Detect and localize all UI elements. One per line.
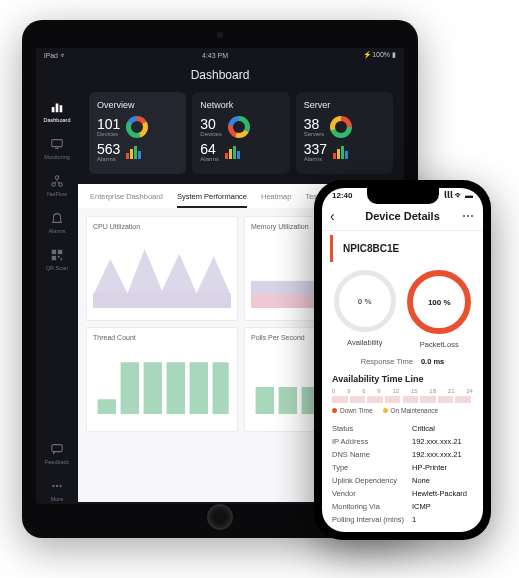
device-properties: StatusCritical IP Address192.xxx.xxx.21 … bbox=[322, 420, 483, 528]
kv-value: 192.xxx.xxx.21 bbox=[412, 450, 462, 459]
svg-rect-23 bbox=[190, 362, 208, 414]
sidebar-item-qrscan[interactable]: QR Scan bbox=[46, 248, 68, 271]
summary-cards: Overview 101Devices 563Alarms Network 30… bbox=[78, 92, 404, 184]
monitor-icon bbox=[50, 137, 64, 151]
tablet-status-bar: iPad ᯤ 4:43 PM ⚡100% ▮ bbox=[36, 48, 404, 62]
dot-icon bbox=[332, 408, 337, 413]
sidebar: Dashboard Monitoring NetFlow Alarms QR S… bbox=[36, 92, 78, 502]
chat-icon bbox=[50, 442, 64, 456]
home-button[interactable] bbox=[207, 504, 233, 530]
gauge-label: PacketLoss bbox=[420, 340, 459, 349]
sidebar-label: Monitoring bbox=[44, 154, 70, 160]
kv-row: Polling Interval (mins)1 bbox=[332, 513, 473, 526]
sidebar-label: Feedback bbox=[45, 459, 69, 465]
kv-row: Uplink DependencyNone bbox=[332, 474, 473, 487]
status-signal: 𝗹𝗹𝗹 ᯤ ▬ bbox=[444, 191, 473, 200]
kv-value: ICMP bbox=[412, 502, 431, 511]
kv-key: Polling Interval (mins) bbox=[332, 515, 412, 524]
chart-threads[interactable]: Thread Count bbox=[86, 327, 238, 432]
svg-rect-26 bbox=[279, 387, 297, 414]
kv-value: HP-Printer bbox=[412, 463, 447, 472]
card-title: Server bbox=[304, 100, 385, 110]
legend-label: On Maintenance bbox=[391, 407, 439, 414]
devices-count: 38 bbox=[304, 117, 325, 131]
sidebar-item-feedback[interactable]: Feedback bbox=[45, 442, 69, 465]
card-title: Network bbox=[200, 100, 281, 110]
alarms-label: Alarms bbox=[200, 156, 219, 162]
card-network[interactable]: Network 30Devices 64Alarms bbox=[192, 92, 289, 174]
alarms-count: 64 bbox=[200, 142, 219, 156]
card-overview[interactable]: Overview 101Devices 563Alarms bbox=[89, 92, 186, 174]
sidebar-item-netflow[interactable]: NetFlow bbox=[47, 174, 67, 197]
legend-item: On Maintenance bbox=[383, 407, 439, 414]
svg-rect-8 bbox=[58, 250, 62, 254]
kv-key: DNS Name bbox=[332, 450, 412, 459]
kv-row: TypeHP-Printer bbox=[332, 461, 473, 474]
kv-value: 1 bbox=[412, 515, 416, 524]
sidebar-label: QR Scan bbox=[46, 265, 68, 271]
phone-notch bbox=[367, 188, 439, 204]
sidebar-item-monitoring[interactable]: Monitoring bbox=[44, 137, 70, 160]
tick: 24 bbox=[466, 388, 473, 394]
alarms-count: 337 bbox=[304, 142, 327, 156]
tab-enterprise[interactable]: Enterprise Dashboard bbox=[90, 192, 163, 208]
kv-value: None bbox=[412, 476, 430, 485]
legend-label: Down Time bbox=[340, 407, 373, 414]
tick: 21 bbox=[448, 388, 455, 394]
dot-icon bbox=[383, 408, 388, 413]
card-title: Overview bbox=[97, 100, 178, 110]
timeline-title: Availability Time Line bbox=[322, 374, 483, 388]
sidebar-item-alarms[interactable]: Alarms bbox=[48, 211, 65, 234]
response-label: Response Time bbox=[361, 357, 413, 366]
response-value: 0.0 ms bbox=[421, 357, 444, 366]
svg-rect-24 bbox=[213, 362, 229, 414]
kv-row: Monitoring ViaICMP bbox=[332, 500, 473, 513]
gauge-row: 0 % Availability 100 % PacketLoss bbox=[322, 266, 483, 351]
bar-chart-icon bbox=[93, 345, 231, 419]
kv-key: IP Address bbox=[332, 437, 412, 446]
kv-row: StatusCritical bbox=[332, 422, 473, 435]
gauge-label: Availability bbox=[347, 338, 382, 347]
sidebar-item-dashboard[interactable]: Dashboard bbox=[44, 100, 71, 123]
svg-rect-7 bbox=[52, 250, 56, 254]
kv-value: Critical bbox=[412, 424, 435, 433]
card-server[interactable]: Server 38Servers 337Alarms bbox=[296, 92, 393, 174]
sidebar-item-more[interactable]: More bbox=[50, 479, 64, 502]
svg-rect-22 bbox=[167, 362, 185, 414]
chart-title: Thread Count bbox=[93, 334, 231, 341]
bell-icon bbox=[50, 211, 64, 225]
svg-rect-1 bbox=[56, 104, 59, 113]
svg-rect-21 bbox=[144, 362, 162, 414]
svg-rect-12 bbox=[52, 445, 63, 452]
kv-key: Vendor bbox=[332, 489, 412, 498]
svg-rect-11 bbox=[60, 259, 62, 261]
tab-system-performance[interactable]: System Performance bbox=[177, 192, 247, 208]
svg-point-14 bbox=[56, 485, 58, 487]
device-name: NPIC8BC1E bbox=[330, 235, 475, 262]
kv-value: Hewlett-Packard bbox=[412, 489, 467, 498]
kv-key: Monitoring Via bbox=[332, 502, 412, 511]
svg-point-4 bbox=[55, 176, 59, 180]
kv-row: DNS Name192.xxx.xxx.21 bbox=[332, 448, 473, 461]
donut-chart-icon bbox=[228, 116, 250, 138]
area-chart-icon bbox=[93, 234, 231, 308]
phone-device: 12:40 𝗹𝗹𝗹 ᯤ ▬ ‹ Device Details ⋯ NPIC8BC… bbox=[314, 180, 491, 540]
back-icon[interactable]: ‹ bbox=[330, 208, 335, 224]
tab-heatmap[interactable]: Heatmap bbox=[261, 192, 291, 208]
header-title: Device Details bbox=[365, 210, 440, 222]
tick: 6 bbox=[362, 388, 365, 394]
more-icon[interactable]: ⋯ bbox=[462, 209, 475, 223]
netflow-icon bbox=[50, 174, 64, 188]
sidebar-label: More bbox=[51, 496, 64, 502]
timeline-ticks: 03691215182124 bbox=[332, 388, 473, 394]
tick: 12 bbox=[392, 388, 399, 394]
legend-item: Down Time bbox=[332, 407, 373, 414]
status-time: 4:43 PM bbox=[202, 52, 228, 59]
svg-rect-0 bbox=[52, 107, 55, 112]
chart-cpu[interactable]: CPU Utilization bbox=[86, 216, 238, 321]
devices-label: Devices bbox=[200, 131, 221, 137]
tick: 15 bbox=[411, 388, 418, 394]
donut-chart-icon bbox=[330, 116, 352, 138]
status-left: iPad ᯤ bbox=[44, 52, 67, 59]
page-title: Dashboard bbox=[36, 62, 404, 92]
